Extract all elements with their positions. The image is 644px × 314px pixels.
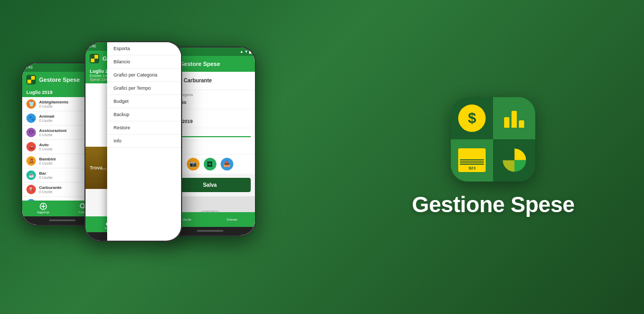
dollar-badge: $ [458, 104, 486, 132]
time-1: 4:43 [25, 65, 33, 69]
bar-3 [519, 120, 524, 128]
icon-quadrant-receipt: $23 [451, 139, 493, 182]
icon-quadrant-dollar: $ [451, 97, 493, 139]
cat-icon-animali: 🐾 [26, 113, 36, 123]
pie-icon-large [500, 146, 529, 175]
app-icon-large: $ $23 [451, 97, 535, 182]
svg-rect-11 [91, 59, 94, 62]
svg-rect-12 [94, 59, 98, 62]
app-title-3: Gestore Spese [179, 61, 251, 67]
add-icon [40, 203, 47, 210]
menu-item-bilancio[interactable]: Bilancio [107, 55, 181, 69]
cat-icon-abbigliamento: 👕 [26, 99, 36, 109]
menu-item-grafici-categoria[interactable]: Grafici per Categoria [107, 69, 181, 82]
app-logo-2 [90, 54, 99, 63]
receipt-line-1 [460, 159, 484, 160]
bar-1 [504, 117, 509, 128]
entrate-label-3: Entrate [227, 218, 237, 221]
app-logo-1 [26, 75, 36, 84]
phone-2: 4:46 ▲ ● ▊ Gestore Spese ⋮ Luglio [84, 41, 182, 242]
share-action-icon[interactable]: 📤 [221, 158, 233, 170]
status-icons-3: ▲ ▼ ▊ [240, 50, 252, 54]
icon-quadrant-pie [493, 139, 535, 182]
menu-item-info[interactable]: Info [107, 135, 181, 148]
svg-point-7 [80, 204, 84, 208]
svg-rect-0 [27, 76, 31, 80]
menu-item-grafici-tempo[interactable]: Grafici per Tempo [107, 82, 181, 95]
dollar-symbol: $ [468, 110, 477, 127]
time-2: 4:46 [89, 44, 96, 48]
svg-rect-3 [31, 80, 35, 83]
uscite-label-3: Uscite [183, 218, 192, 221]
form-category-name: Carburante [184, 78, 212, 83]
cat-icon-carburante: ⛽ [26, 185, 36, 194]
cat-icon-bambini: 🧸 [26, 156, 36, 166]
receipt-icon: $23 [458, 148, 486, 172]
bar-chart-icon [502, 106, 526, 130]
camera-action-icon[interactable]: 📷 [187, 158, 200, 170]
menu-item-backup[interactable]: Backup [107, 108, 181, 121]
cat-icon-bar: ☕ [26, 170, 36, 180]
bottom-btn-aggiungi-label: Aggiungi [37, 211, 49, 214]
cat-icon-auto: 🚗 [26, 142, 36, 151]
svg-rect-9 [91, 55, 94, 59]
receipt-line-3 [460, 164, 484, 165]
home-bar-1 [49, 220, 75, 221]
bottom-btn-uscite-3[interactable]: Uscite [183, 218, 192, 221]
menu-item-restore[interactable]: Restore [107, 121, 181, 135]
bar-2 [512, 111, 517, 128]
home-bar-3 [197, 230, 223, 232]
svg-rect-2 [27, 80, 31, 83]
app-store-title: Gestione Spese [412, 192, 574, 217]
svg-rect-1 [31, 76, 35, 80]
menu-item-budget[interactable]: Budget [107, 95, 181, 108]
phones-container: 4:43 ▲ ● ▊ Gestore Spese Luglio 2019 [21, 9, 364, 305]
right-side: $ $23 [364, 97, 623, 217]
icon-quadrant-barchart [493, 97, 535, 139]
receipt-amount: $23 [469, 166, 476, 170]
bottom-btn-aggiungi[interactable]: Aggiungi [37, 203, 49, 214]
menu-item-esporta[interactable]: Esporta [107, 42, 181, 55]
cat-icon-assicurazioni: 🛡 [26, 128, 36, 137]
gallery-action-icon[interactable]: 🖼 [204, 158, 216, 170]
dropdown-menu: Esporta Bilancio Grafici per Categoria G… [107, 42, 181, 241]
svg-rect-10 [94, 55, 98, 59]
bottom-btn-entrate-3[interactable]: Entrate [227, 218, 237, 221]
receipt-lines [460, 158, 484, 166]
receipt-line-2 [460, 161, 484, 163]
